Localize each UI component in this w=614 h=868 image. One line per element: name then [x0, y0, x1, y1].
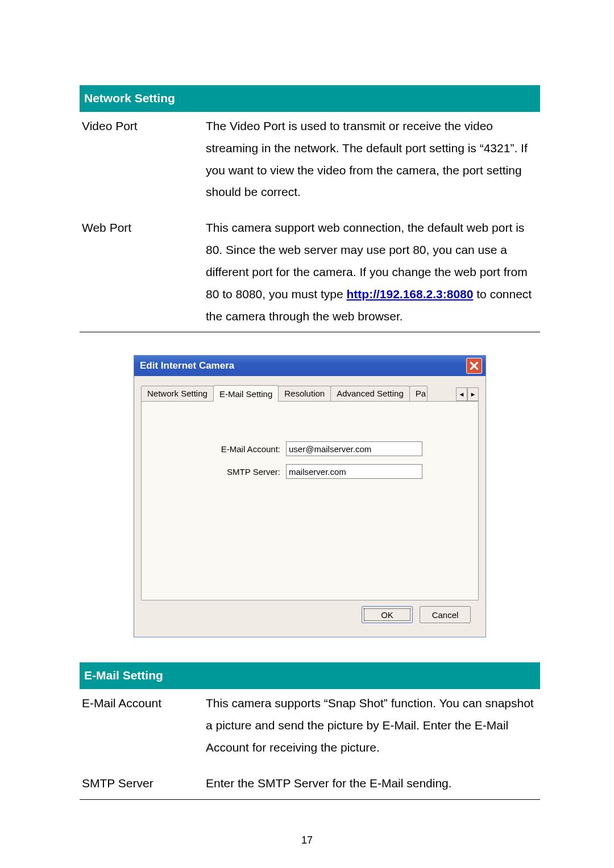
- tab-resolution[interactable]: Resolution: [278, 386, 331, 401]
- email-account-label: E-Mail Account:: [155, 444, 286, 454]
- video-port-desc: The Video Port is used to transmit or re…: [204, 112, 540, 214]
- web-port-term: Web Port: [80, 214, 204, 332]
- email-account-term: E-Mail Account: [80, 689, 204, 769]
- web-port-desc: This camera support web connection, the …: [204, 214, 540, 332]
- ok-button[interactable]: OK: [362, 606, 413, 623]
- email-setting-panel: E-Mail Account: SMTP Server:: [141, 402, 479, 600]
- page-number: 17: [0, 834, 614, 846]
- email-setting-header: E-Mail Setting: [80, 662, 540, 689]
- tab-scroll-left-icon[interactable]: ◄: [456, 387, 467, 401]
- tab-advanced-setting[interactable]: Advanced Setting: [330, 386, 410, 401]
- tabs-row: Network Setting E-Mail Setting Resolutio…: [141, 384, 479, 402]
- smtp-server-label: SMTP Server:: [155, 467, 286, 477]
- smtp-server-desc: Enter the SMTP Server for the E-Mail sen…: [204, 769, 540, 799]
- email-account-desc: This camera supports “Snap Shot” functio…: [204, 689, 540, 769]
- network-setting-table: Network Setting Video Port The Video Por…: [80, 85, 540, 332]
- dialog-titlebar: Edit Internet Camera: [134, 356, 486, 376]
- dialog-body: Network Setting E-Mail Setting Resolutio…: [134, 376, 486, 637]
- smtp-server-term: SMTP Server: [80, 769, 204, 799]
- video-port-term: Video Port: [80, 112, 204, 214]
- cancel-button[interactable]: Cancel: [420, 606, 471, 623]
- close-icon[interactable]: [466, 358, 482, 374]
- dialog-buttons: OK Cancel: [141, 600, 479, 631]
- dialog-title: Edit Internet Camera: [138, 360, 466, 372]
- tab-network-setting[interactable]: Network Setting: [141, 386, 214, 401]
- network-setting-header: Network Setting: [80, 85, 540, 112]
- email-account-row: E-Mail Account:: [155, 441, 464, 456]
- email-setting-table: E-Mail Setting E-Mail Account This camer…: [80, 662, 540, 799]
- edit-internet-camera-dialog: Edit Internet Camera Network Setting E-M…: [134, 355, 486, 637]
- email-account-input[interactable]: [286, 441, 422, 456]
- web-port-link[interactable]: http://192.168.2.3:8080: [347, 287, 474, 301]
- tab-scroll: ◄ ►: [456, 384, 479, 401]
- page: Network Setting Video Port The Video Por…: [0, 0, 614, 868]
- dialog-wrap: Edit Internet Camera Network Setting E-M…: [134, 355, 486, 637]
- tab-scroll-right-icon[interactable]: ►: [467, 387, 479, 401]
- tab-partial[interactable]: Pa: [409, 386, 428, 401]
- smtp-server-input[interactable]: [286, 464, 422, 479]
- smtp-server-row: SMTP Server:: [155, 464, 464, 479]
- tab-email-setting[interactable]: E-Mail Setting: [213, 385, 279, 402]
